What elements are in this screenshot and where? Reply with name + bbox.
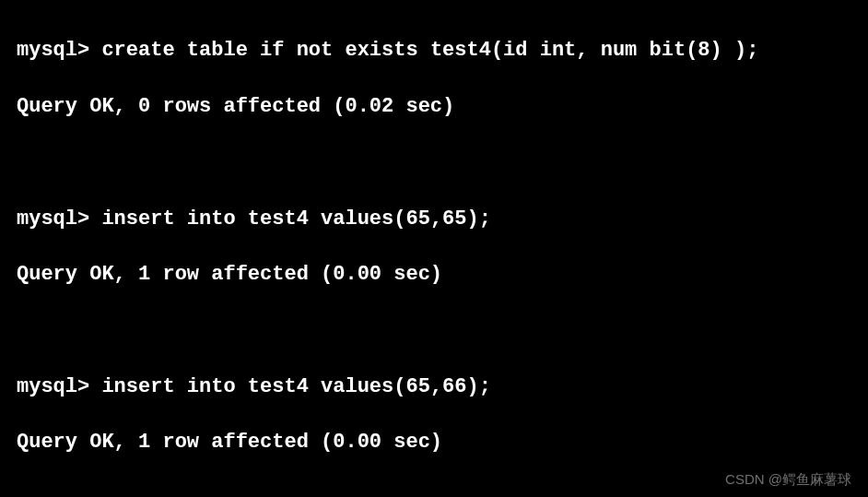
sql-command: insert into test4 values(65,65);: [101, 207, 490, 231]
terminal-output[interactable]: mysql> create table if not exists test4(…: [17, 9, 851, 497]
blank-line: [17, 149, 851, 177]
mysql-prompt: mysql>: [17, 39, 101, 62]
mysql-prompt: mysql>: [17, 207, 101, 231]
mysql-prompt: mysql>: [17, 375, 101, 398]
result-line: Query OK, 1 row affected (0.00 sec): [17, 261, 851, 289]
sql-command: insert into test4 values(65,66);: [101, 375, 490, 398]
blank-line: [17, 317, 851, 345]
command-line: mysql> insert into test4 values(65,66);: [17, 373, 851, 401]
watermark-text: CSDN @鳄鱼麻薯球: [725, 470, 851, 490]
sql-command: create table if not exists test4(id int,…: [101, 39, 758, 62]
command-line: mysql> insert into test4 values(65,65);: [17, 206, 851, 233]
result-line: Query OK, 0 rows affected (0.02 sec): [17, 93, 851, 121]
result-line: Query OK, 1 row affected (0.00 sec): [17, 429, 851, 456]
command-line: mysql> create table if not exists test4(…: [17, 37, 851, 65]
